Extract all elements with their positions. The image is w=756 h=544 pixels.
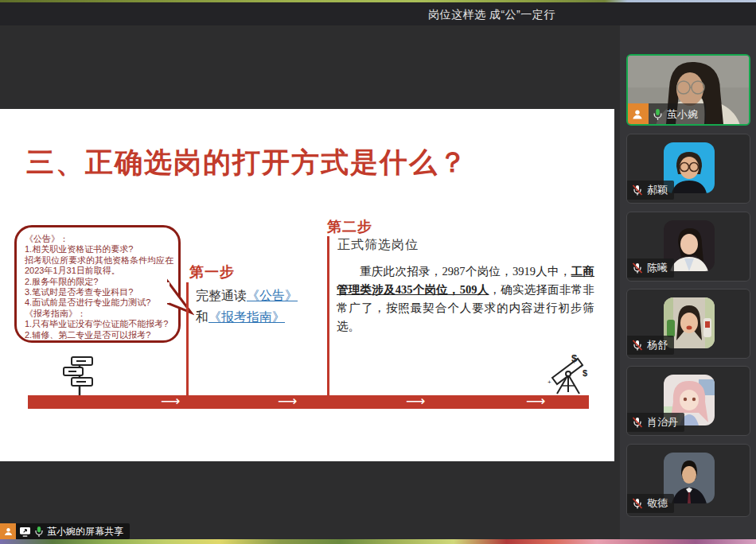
speech-bubble-tail bbox=[167, 278, 194, 319]
participant-name-label: 杨舒 bbox=[627, 336, 674, 355]
participant-name: 杨舒 bbox=[647, 338, 668, 352]
bubble-line: 2.服务年限的限定? bbox=[25, 277, 173, 287]
participant-tile-4[interactable]: 杨舒 bbox=[626, 289, 750, 359]
arrow-glyph: ⟶ bbox=[526, 393, 545, 410]
step1-text: 完整通读《公告》 和《报考指南》 bbox=[196, 285, 298, 328]
bubble-line: 《报考指南》： bbox=[25, 309, 173, 319]
guide-link: 《报考指南》 bbox=[208, 310, 285, 324]
member-badge-icon bbox=[626, 103, 649, 126]
meeting-app-window: 岗位这样选 成“公”一定行 三、正确选岗的打开方式是什么？ 《公告》： 1.相关… bbox=[0, 0, 756, 544]
bubble-line: 2023年1月31日前取得。 bbox=[25, 266, 173, 276]
share-banner-text: 茧小婉的屏幕共享 bbox=[47, 525, 123, 538]
step1-line2-text: 和 bbox=[196, 310, 208, 324]
member-badge-icon bbox=[0, 523, 16, 539]
slide-heading: 三、正确选岗的打开方式是什么？ bbox=[26, 144, 468, 181]
participant-tile-1[interactable]: 茧小婉 bbox=[626, 54, 750, 126]
participant-name-label: 肖治丹 bbox=[627, 413, 684, 432]
mic-on-icon bbox=[653, 108, 663, 121]
participant-tile-2[interactable]: 郝颖 bbox=[626, 134, 750, 204]
participant-tile-6[interactable]: 敬德 bbox=[626, 444, 750, 517]
mic-muted-icon bbox=[632, 340, 643, 351]
bubble-line: 招考职位所要求的其他资格条件均应在 bbox=[25, 255, 173, 266]
svg-text:$: $ bbox=[571, 354, 578, 364]
step2-subtitle: 正式筛选岗位 bbox=[337, 237, 419, 254]
screen-share-banner: 茧小婉的屏幕共享 bbox=[0, 523, 130, 539]
mic-muted-icon bbox=[632, 498, 643, 509]
bubble-line: 《公告》： bbox=[25, 234, 173, 244]
shared-screen-slide: 三、正确选岗的打开方式是什么？ 《公告》： 1.相关职业资格证书的要求? 招考职… bbox=[0, 109, 614, 461]
participant-name: 敬德 bbox=[647, 496, 668, 511]
timeline-connector-1 bbox=[186, 282, 189, 395]
bubble-line: 2.辅修、第二专业是否可以报考? bbox=[25, 330, 173, 340]
bubble-line: 4.面试前是否进行专业能力测试? bbox=[25, 297, 173, 308]
mic-muted-icon bbox=[632, 185, 643, 196]
step2-label: 第二步 bbox=[327, 217, 372, 236]
participant-name: 茧小婉 bbox=[667, 107, 698, 122]
arrow-glyph: ⟶ bbox=[161, 393, 180, 410]
step2-paragraph: 重庆此次招录，2987个岗位，3919人中，工商管理类涉及435个岗位，509人… bbox=[337, 262, 594, 336]
speech-bubble: 《公告》： 1.相关职业资格证书的要求? 招考职位所要求的其他资格条件均应在 2… bbox=[14, 225, 181, 343]
svg-text:+: + bbox=[579, 363, 583, 370]
meeting-title-bar: 岗位这样选 成“公”一定行 bbox=[0, 2, 756, 25]
meeting-title: 岗位这样选 成“公”一定行 bbox=[428, 8, 555, 22]
timeline-connector-2 bbox=[327, 236, 329, 395]
participant-name-label: 敬德 bbox=[627, 494, 674, 513]
participant-name-label: 郝颖 bbox=[627, 181, 674, 200]
participant-tile-3[interactable]: 陈曦 bbox=[626, 212, 750, 282]
svg-text:$: $ bbox=[583, 368, 587, 378]
bubble-line: 1.只有毕业证没有学位证能不能报考? bbox=[25, 319, 173, 329]
participant-name: 陈曦 bbox=[647, 261, 668, 275]
participant-name: 郝颖 bbox=[647, 183, 668, 197]
bubble-line: 3.笔试时是否考查专业科目? bbox=[25, 287, 173, 297]
step1-line1-text: 完整通读 bbox=[196, 289, 247, 302]
participant-name-label: 茧小婉 bbox=[626, 103, 706, 126]
announcement-link: 《公告》 bbox=[247, 289, 298, 302]
telescope-icon: $ $ + + bbox=[546, 354, 590, 395]
svg-text:+: + bbox=[548, 379, 551, 386]
para-before: 重庆此次招录，2987个岗位，3919人中， bbox=[360, 265, 571, 278]
arrow-glyph: ⟶ bbox=[406, 393, 425, 410]
participant-name: 肖治丹 bbox=[647, 415, 678, 429]
desktop-wallpaper-bottom-strip bbox=[0, 539, 756, 544]
bubble-line: 1.相关职业资格证书的要求? bbox=[25, 244, 173, 255]
screen-share-icon bbox=[19, 527, 31, 537]
step1-label: 第一步 bbox=[189, 262, 235, 282]
timeline-bar: ⟶ ⟶ ⟶ ⟶ bbox=[28, 395, 589, 409]
signpost-icon bbox=[62, 356, 95, 395]
participants-sidebar: 茧小婉 郝颖 bbox=[620, 25, 756, 539]
mic-muted-icon bbox=[632, 262, 643, 274]
mic-on-icon bbox=[34, 526, 44, 538]
participant-tile-5[interactable]: 肖治丹 bbox=[626, 366, 750, 436]
participant-name-label: 陈曦 bbox=[627, 258, 674, 278]
arrow-glyph: ⟶ bbox=[278, 393, 297, 410]
mic-muted-icon bbox=[632, 417, 643, 428]
